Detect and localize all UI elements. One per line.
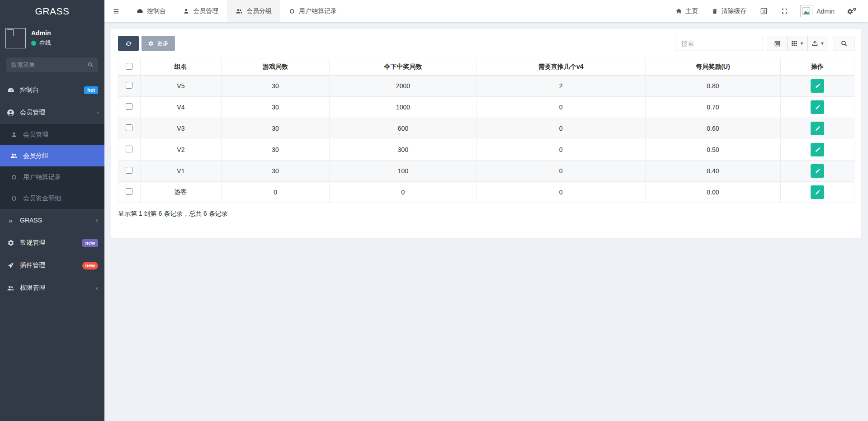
sidebar-item-label: 会员资金明细 xyxy=(23,194,98,203)
sidebar-item-grass[interactable]: » GRASS ‹ xyxy=(0,209,104,232)
circle-o-icon xyxy=(9,174,18,180)
user-menu[interactable]: Admin xyxy=(795,0,840,22)
user-panel: Admin 在线 xyxy=(0,22,104,53)
user-name: Admin xyxy=(31,29,51,37)
select-all-cell xyxy=(118,58,141,76)
tab-member-management[interactable]: 会员管理 xyxy=(175,0,227,22)
clear-cache-link[interactable]: 清除缓存 xyxy=(705,0,753,22)
svg-text:文: 文 xyxy=(762,9,766,14)
tab-member-groups[interactable]: 会员分组 xyxy=(227,0,280,22)
export-button[interactable]: ▼ xyxy=(807,36,828,51)
refresh-button[interactable] xyxy=(118,36,139,51)
sidebar-item-dashboard[interactable]: 控制台 hot xyxy=(0,79,104,101)
sidebar-item-member-groups[interactable]: 会员分组 xyxy=(0,145,104,166)
more-button[interactable]: 更多 xyxy=(142,36,175,51)
column-header: 游戏局数 xyxy=(221,58,329,76)
list-view-icon xyxy=(774,40,781,47)
home-link[interactable]: 主页 xyxy=(669,0,705,22)
select-all-checkbox[interactable] xyxy=(126,63,132,70)
row-checkbox[interactable] xyxy=(126,167,132,174)
sidebar-item-settlement-records[interactable]: 用户结算记录 xyxy=(0,166,104,188)
edit-button[interactable] xyxy=(811,79,824,93)
pencil-icon xyxy=(815,104,821,110)
more-button-label: 更多 xyxy=(157,39,169,47)
chevron-left-icon: ‹ xyxy=(96,217,98,224)
sidebar-item-member-funds[interactable]: 会员资金明细 xyxy=(0,188,104,209)
settings-gears-icon[interactable] xyxy=(840,0,863,22)
edit-button[interactable] xyxy=(811,100,824,114)
caret-down-icon: ▼ xyxy=(800,41,804,46)
menu-search-input[interactable] xyxy=(6,57,98,72)
tab-settlement-records[interactable]: 用户结算记录 xyxy=(280,0,345,22)
main-area: ≡ 控制台 会员管理 会员分组 xyxy=(104,0,868,421)
pencil-icon xyxy=(815,168,821,174)
tab-dashboard[interactable]: 控制台 xyxy=(128,0,175,22)
chevron-left-icon: ‹ xyxy=(96,284,98,292)
pencil-icon xyxy=(815,126,821,132)
language-icon[interactable]: 文 xyxy=(753,0,774,22)
tab-label: 控制台 xyxy=(147,7,166,15)
row-checkbox[interactable] xyxy=(126,124,132,131)
v4-cell: 0 xyxy=(476,97,645,118)
table-panel: 更多 ▼ ▼ xyxy=(111,29,861,238)
dashboard-icon xyxy=(137,8,143,14)
v4-cell: 0 xyxy=(476,139,645,161)
online-label: 在线 xyxy=(39,39,51,47)
v4-cell: 2 xyxy=(476,76,645,97)
reward-cell: 0.00 xyxy=(645,182,781,203)
reward-cell: 0.60 xyxy=(645,118,781,139)
sidebar-item-label: GRASS xyxy=(20,217,91,224)
wins-cell: 600 xyxy=(330,118,477,139)
top-navbar: ≡ 控制台 会员管理 会员分组 xyxy=(104,0,868,22)
table-search-input[interactable] xyxy=(676,36,763,51)
sidebar-item-general-management[interactable]: 常规管理 new xyxy=(0,232,104,254)
circle-o-icon xyxy=(9,195,18,202)
hamburger-menu-icon[interactable]: ≡ xyxy=(104,0,128,22)
user-info: Admin 在线 xyxy=(31,29,51,47)
sidebar: GRASS Admin 在线 控制台 hot 会员管理 xyxy=(0,0,104,421)
new-badge: new xyxy=(82,262,98,270)
sidebar-item-label: 控制台 xyxy=(20,86,79,94)
grid-icon xyxy=(791,40,797,47)
table-row: 游客 0 0 0 0.00 xyxy=(118,182,854,203)
gears-icon xyxy=(6,239,15,246)
row-checkbox[interactable] xyxy=(126,103,132,110)
user-icon xyxy=(9,132,18,138)
wins-cell: 2000 xyxy=(330,76,477,97)
reward-cell: 0.50 xyxy=(645,139,781,161)
row-checkbox[interactable] xyxy=(126,146,132,152)
sidebar-item-plugin-management[interactable]: 插件管理 new xyxy=(0,254,104,277)
row-checkbox[interactable] xyxy=(126,188,132,195)
reward-cell: 0.80 xyxy=(645,76,781,97)
edit-button[interactable] xyxy=(811,185,824,199)
toggle-view-button[interactable] xyxy=(767,36,788,51)
games-cell: 0 xyxy=(221,182,329,203)
home-icon xyxy=(675,8,682,14)
search-button[interactable] xyxy=(834,36,854,51)
sidebar-item-member-management[interactable]: 会员管理 ‹ xyxy=(0,101,104,124)
brand-logo[interactable]: GRASS xyxy=(0,0,104,22)
users-icon xyxy=(9,152,18,159)
broken-image-icon xyxy=(7,29,14,36)
caret-down-icon: ▼ xyxy=(821,41,825,46)
sidebar-item-member-list[interactable]: 会员管理 xyxy=(0,124,104,145)
edit-button[interactable] xyxy=(811,164,824,178)
row-checkbox[interactable] xyxy=(126,82,132,89)
edit-button[interactable] xyxy=(811,143,824,156)
table-header-row: 组名 游戏局数 伞下中奖局数 需要直推几个v4 每局奖励(U) 操作 xyxy=(118,58,854,76)
pencil-icon xyxy=(815,147,821,153)
v4-cell: 0 xyxy=(476,118,645,139)
online-dot-icon xyxy=(31,41,36,46)
columns-button[interactable]: ▼ xyxy=(787,36,808,51)
edit-button[interactable] xyxy=(811,122,824,135)
games-cell: 30 xyxy=(221,76,329,97)
sidebar-item-permission-management[interactable]: 权限管理 ‹ xyxy=(0,277,104,299)
sidebar-item-label: 会员分组 xyxy=(23,152,98,160)
sidebar-item-label: 权限管理 xyxy=(20,284,91,292)
content-area: 更多 ▼ ▼ xyxy=(104,22,868,421)
sidebar-item-label: 用户结算记录 xyxy=(23,173,98,181)
toolbar: 更多 ▼ ▼ xyxy=(118,36,854,51)
fullscreen-icon[interactable] xyxy=(774,0,795,22)
group-name-cell: V5 xyxy=(140,76,221,97)
column-header: 操作 xyxy=(781,58,854,76)
